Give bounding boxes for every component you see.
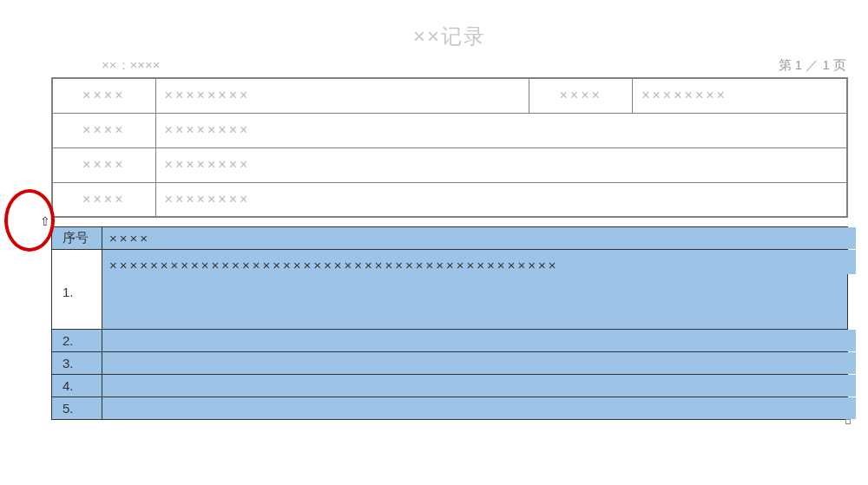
cell-value[interactable]: ×××××××× [155,147,847,182]
resize-handle-icon[interactable] [845,419,851,424]
header-num[interactable]: 序号 [52,227,102,250]
selection-marker [847,397,856,419]
table-row[interactable]: 3. [52,352,848,375]
row-content-text: ××××××××××××××××××××××××××××××××××××××××… [109,258,558,272]
document-page: ××记录 ××：×××× 第 1 ／ 1 页 ×××× ×××××××× ×××… [51,23,848,420]
selection-marker [847,227,856,249]
cursor-icon [42,215,50,227]
row-content[interactable] [102,330,848,352]
row-content[interactable] [102,397,848,420]
cell-value[interactable]: ×××××××× [155,113,847,147]
row-num[interactable]: 4. [52,375,102,397]
row-num[interactable]: 3. [52,352,102,375]
cell-label[interactable]: ×××× [52,78,155,113]
cell-label[interactable]: ×××× [52,182,155,217]
cell-value[interactable]: ×××××××× [633,78,847,113]
selection-marker [847,375,856,397]
row-content[interactable] [102,352,848,375]
selection-marker [847,250,856,274]
header-left-text: ××：×××× [102,57,161,74]
row-content[interactable]: ××××××××××××××××××××××××××××××××××××××××… [102,250,848,330]
table-row[interactable]: ×××× ×××××××× [52,147,847,182]
page-indicator: 第 1 ／ 1 页 [779,57,846,74]
table-row[interactable]: 2. [52,330,848,352]
row-num[interactable]: 5. [52,397,102,420]
table-row[interactable]: 5. [52,397,848,420]
annotation-circle [4,189,55,252]
table-row[interactable]: ×××× ×××××××× [52,182,847,217]
table-header-row[interactable]: 序号 ×××× [52,227,848,250]
cell-label[interactable]: ×××× [52,147,155,182]
row-content[interactable] [102,375,848,397]
selection-marker [847,352,856,374]
table-row[interactable]: ×××× ×××××××× [52,113,847,147]
bottom-table-wrapper: 序号 ×××× 1. ×××××××××××××××××××××××××××××… [51,226,848,420]
header-content[interactable]: ×××× [102,227,848,250]
row-num[interactable]: 2. [52,330,102,352]
table-row[interactable]: 1. ×××××××××××××××××××××××××××××××××××××… [52,250,848,330]
table-row[interactable]: 4. [52,375,848,397]
info-table[interactable]: ×××× ×××××××× ×××× ×××××××× ×××× ×××××××… [51,77,848,218]
page-title: ××记录 [51,23,848,50]
header-row: ××：×××× 第 1 ／ 1 页 [51,57,848,77]
selection-marker [847,330,856,351]
row-num[interactable]: 1. [52,250,102,330]
list-table[interactable]: 序号 ×××× 1. ×××××××××××××××××××××××××××××… [51,226,848,420]
cell-label[interactable]: ×××× [52,113,155,147]
header-content-text: ×××× [109,231,150,246]
cell-label[interactable]: ×××× [529,78,633,113]
cell-value[interactable]: ×××××××× [155,182,847,217]
cell-value[interactable]: ×××××××× [155,78,529,113]
table-row[interactable]: ×××× ×××××××× ×××× ×××××××× [52,78,847,113]
